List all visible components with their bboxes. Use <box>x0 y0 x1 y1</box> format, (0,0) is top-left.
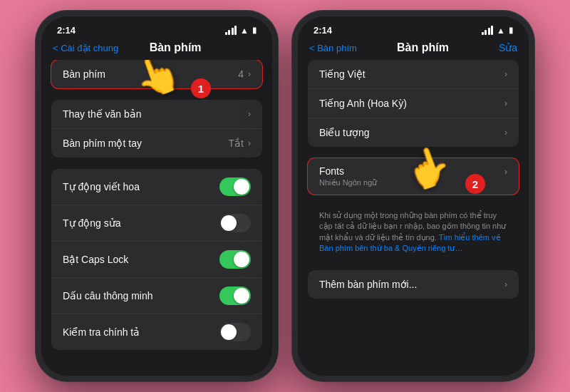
item-label: Tiếng Việt <box>319 68 366 80</box>
list-item-thaythevb[interactable]: Thay thế văn bản › <box>51 100 262 129</box>
keyboards-section-2: Tiếng Việt › Tiếng Anh (Hoa Kỳ) › Biểu t… <box>308 60 519 147</box>
chevron-icon: › <box>504 98 507 108</box>
hand-pointer-1: 👆 <box>129 60 185 101</box>
list-item-tudongviethoa[interactable]: Tự động viết hoa <box>51 169 262 205</box>
toggle-kiemtachinhta[interactable] <box>219 323 251 341</box>
chevron-icon: › <box>504 167 507 177</box>
signal-icon <box>225 26 237 35</box>
nav-title-2: Bàn phím <box>397 41 449 54</box>
time-1: 2:14 <box>57 25 76 36</box>
nav-action-2[interactable]: Sửa <box>489 42 517 53</box>
chevron-icon: › <box>248 138 251 148</box>
add-section: Thêm bàn phím mới... › <box>308 270 519 299</box>
status-bar-1: 2:14 ▲ ▮ <box>41 16 272 38</box>
fonts-label: Fonts <box>319 165 377 177</box>
list-item-batcapslock[interactable]: Bật Caps Lock <box>51 242 262 278</box>
item-right: › <box>248 109 251 119</box>
step-badge-2: 2 <box>465 174 485 194</box>
list-item-bieuthuong[interactable]: Biểu tượng › <box>308 118 519 147</box>
list-item-daucauthongminh[interactable]: Dấu câu thông minh <box>51 278 262 314</box>
item-label: Bàn phím một tay <box>63 138 142 149</box>
info-section: Khi sử dụng một trong những bàn phím có … <box>308 206 519 259</box>
item-label: Thay thế văn bản <box>63 108 142 120</box>
chevron-icon: › <box>504 128 507 138</box>
time-2: 2:14 <box>314 25 332 36</box>
chevron-icon: › <box>248 109 251 119</box>
item-label: Tiếng Anh (Hoa Kỳ) <box>319 98 407 109</box>
wifi-icon-2: ▲ <box>497 26 505 36</box>
list-item-tienganh[interactable]: Tiếng Anh (Hoa Kỳ) › <box>308 89 519 118</box>
item-right: 4 › <box>238 68 251 80</box>
nav-title-1: Bàn phím <box>150 41 202 54</box>
item-label: Thêm bàn phím mới... <box>319 279 417 290</box>
wifi-icon: ▲ <box>240 26 249 36</box>
status-icons-2: ▲ ▮ <box>482 26 513 36</box>
list-item-kiemtachinhta[interactable]: Kiểm tra chính tả <box>51 314 262 350</box>
list-item-tudongsu[interactable]: Tự động sửa <box>51 205 262 242</box>
list-item-tiengviet[interactable]: Tiếng Việt › <box>308 60 519 89</box>
fonts-text-container: Fonts Nhiều Ngôn ngữ <box>319 165 377 187</box>
item-label: Bật Caps Lock <box>63 254 128 265</box>
content-2: Tiếng Việt › Tiếng Anh (Hoa Kỳ) › Biểu t… <box>298 60 529 376</box>
item-label: Kiểm tra chính tả <box>63 326 140 338</box>
battery-icon: ▮ <box>252 26 256 35</box>
fonts-sublabel: Nhiều Ngôn ngữ <box>319 178 377 187</box>
nav-bar-2: < Bàn phím Bàn phím Sửa <box>298 38 529 60</box>
item-label: Dấu câu thông minh <box>63 290 153 301</box>
phone-1: 2:14 ▲ ▮ < Cài đặt chung Bàn phím Bàn ph… <box>36 11 278 381</box>
list-item-banphimmottay[interactable]: Bàn phím một tay Tắt › <box>51 129 262 158</box>
status-icons-1: ▲ ▮ <box>225 26 256 36</box>
item-right: Tắt › <box>229 138 251 149</box>
chevron-icon: › <box>248 69 251 79</box>
info-link[interactable]: Tìm hiểu thêm về Bàn phím bên thứ ba & Q… <box>319 233 501 252</box>
phone-2: 2:14 ▲ ▮ < Bàn phím Bàn phím Sửa Tiếng V… <box>292 11 534 381</box>
chevron-icon: › <box>504 279 507 289</box>
item-label: Biểu tượng <box>319 127 370 138</box>
signal-icon-2 <box>482 26 494 35</box>
item-label: Tự động sửa <box>63 217 120 229</box>
battery-icon-2: ▮ <box>509 26 513 35</box>
back-button-2[interactable]: < Bàn phím <box>309 43 357 53</box>
info-text: Khi sử dụng một trong những bàn phím có … <box>308 206 519 259</box>
item-label: Tự động viết hoa <box>63 181 140 192</box>
step-badge-1: 1 <box>191 78 211 98</box>
chevron-icon: › <box>504 69 507 79</box>
text-section: Thay thế văn bản › Bàn phím một tay Tắt … <box>51 100 262 158</box>
content-1: Bàn phím 4 › 👆 1 Thay thế văn bản <box>41 60 272 376</box>
toggle-tudongviethoa[interactable] <box>219 177 251 196</box>
toggles-section: Tự động viết hoa Tự động sửa Bật Caps Lo… <box>51 169 262 350</box>
toggle-daucauthongminh[interactable] <box>219 287 251 305</box>
toggle-batcapslock[interactable] <box>219 250 251 269</box>
nav-bar-1: < Cài đặt chung Bàn phím <box>41 38 272 60</box>
back-button-1[interactable]: < Cài đặt chung <box>53 43 118 53</box>
item-label: Bàn phím <box>63 68 105 80</box>
toggle-tudongsu[interactable] <box>219 214 251 232</box>
status-bar-2: 2:14 ▲ ▮ <box>298 16 529 38</box>
list-item-add[interactable]: Thêm bàn phím mới... › <box>308 270 519 299</box>
